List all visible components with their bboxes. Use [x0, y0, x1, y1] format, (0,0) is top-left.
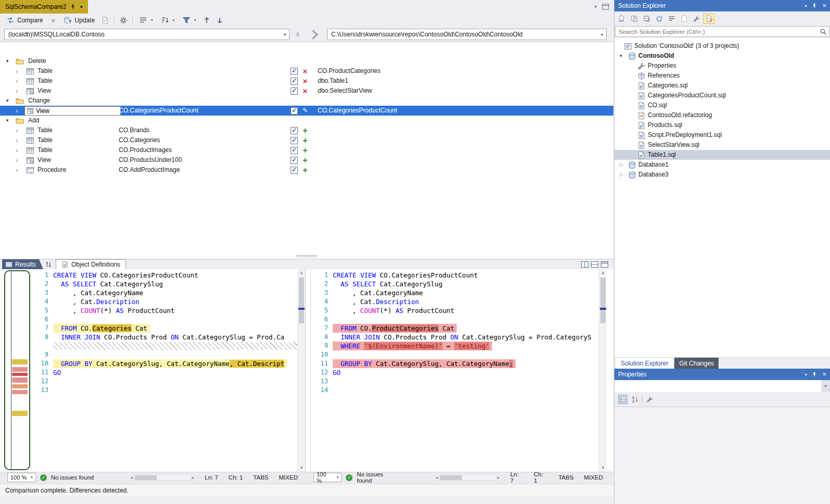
close-icon[interactable]: × [822, 3, 826, 9]
solution-explorer-header[interactable]: Solution Explorer ▾ × [614, 0, 830, 11]
include-checkbox[interactable] [291, 78, 298, 85]
compare-row-CO.ProductImages[interactable]: ›TableCO.ProductImages+ [0, 145, 613, 155]
chevron-collapsed-icon[interactable]: › [16, 66, 18, 76]
collapse-all-icon[interactable] [641, 14, 652, 24]
sort-results-icon[interactable] [43, 259, 54, 269]
dropdown-chevron-icon[interactable]: ▾ [821, 380, 830, 392]
options-gear-icon[interactable] [118, 15, 129, 26]
scroll-down-icon[interactable]: ▼ [599, 464, 607, 472]
document-list-chevron-icon[interactable]: ▾ [594, 4, 597, 9]
zoom-select[interactable]: 100 % ▾ [313, 473, 342, 482]
document-tab[interactable]: SqlSchemaCompare2 ● [0, 0, 88, 14]
show-all-files-icon[interactable] [678, 14, 689, 24]
right-horizontal-scrollbar[interactable]: ◂ ▸ [436, 474, 500, 481]
tree-item-categories-sql[interactable]: Categories.sql [614, 81, 830, 91]
tree-item-solution-contosoold-3-of-3-projects-[interactable]: Solution 'ContosoOld' (3 of 3 projects) [614, 41, 830, 51]
compare-row-CO.ProductsUnder100[interactable]: ›ViewCO.ProductsUnder100+ [0, 155, 613, 165]
scroll-down-icon[interactable]: ▼ [298, 464, 305, 472]
tree-item-database1[interactable]: ▷Database1 [614, 160, 830, 170]
include-checkbox[interactable] [291, 107, 298, 115]
chevron-collapsed-icon[interactable]: ▷ [620, 160, 623, 170]
include-checkbox[interactable] [291, 68, 298, 75]
preview-selected-items-icon[interactable] [703, 14, 714, 24]
scroll-right-icon[interactable]: ▸ [497, 475, 500, 480]
tree-item-contosoold-refactorlog[interactable]: ContosoOld.refactorlog [614, 110, 830, 120]
switch-direction-button[interactable] [292, 29, 304, 40]
tree-item-database3[interactable]: ▷Database3 [614, 170, 830, 180]
tree-item-selectstarview-sql[interactable]: SelectStarView.sql [614, 140, 830, 150]
tab-solution-explorer[interactable]: Solution Explorer [616, 358, 673, 369]
pin-icon[interactable] [70, 4, 76, 10]
compare-row-CO.Brands[interactable]: ›TableCO.Brands+ [0, 125, 613, 135]
chevron-collapsed-icon[interactable]: › [16, 135, 18, 145]
chevron-collapsed-icon[interactable]: › [16, 86, 18, 96]
pin-icon[interactable] [811, 371, 818, 377]
right-vertical-scrollbar[interactable]: ▲ ▼ [599, 269, 607, 472]
tree-item-products-sql[interactable]: Products.sql [614, 120, 830, 130]
include-checkbox[interactable] [291, 137, 298, 144]
include-checkbox[interactable] [291, 147, 298, 154]
left-vertical-scrollbar[interactable]: ▲ ▼ [297, 269, 305, 472]
tab-object-definitions[interactable]: Object Definitions [56, 259, 126, 269]
window-menu-chevron-icon[interactable]: ▾ [804, 4, 807, 8]
update-button[interactable]: Update [60, 15, 98, 26]
filter-results-button[interactable]: ▾ [179, 15, 199, 26]
diff-overview-strip[interactable] [4, 270, 30, 470]
switch-views-icon[interactable] [616, 14, 627, 24]
chevron-expanded-icon[interactable]: ▾ [6, 96, 9, 106]
include-checkbox[interactable] [291, 157, 298, 164]
group-row-delete[interactable]: ▾Delete [0, 56, 613, 66]
search-icon[interactable] [820, 28, 827, 35]
tree-item-table1-sql[interactable]: Table1.sql [614, 150, 830, 160]
scrollbar-thumb[interactable] [299, 278, 304, 323]
alphabetical-sort-icon[interactable] [631, 396, 638, 403]
group-results-button[interactable]: ▾ [136, 15, 156, 26]
scrollbar-thumb[interactable] [440, 475, 462, 480]
scrollbar-thumb[interactable] [600, 278, 606, 323]
target-code-pane[interactable]: 1CREATE VIEW CO.CategoriesProductCount2 … [310, 269, 607, 472]
next-difference-icon[interactable] [214, 15, 225, 26]
compare-row-CO.CategoriesProductCount[interactable]: ›ViewCO.CategoriesProductCount✎CO.Catego… [0, 106, 613, 116]
include-checkbox[interactable] [291, 167, 298, 174]
source-code-pane[interactable]: 1CREATE VIEW CO.CategoriesProductCount2 … [31, 269, 306, 472]
scrollbar-track[interactable] [439, 474, 496, 481]
compare-button[interactable]: Compare [3, 15, 46, 26]
float-window-icon[interactable] [602, 3, 609, 10]
chevron-collapsed-icon[interactable]: › [16, 145, 18, 155]
tree-item-co-sql[interactable]: CO.sql [614, 100, 830, 110]
chevron-collapsed-icon[interactable]: › [16, 165, 18, 175]
scrollbar-track[interactable] [134, 474, 191, 481]
tree-item-properties[interactable]: Properties [614, 61, 830, 71]
include-checkbox[interactable] [291, 87, 298, 95]
chevron-expanded-icon[interactable]: ▾ [6, 56, 9, 66]
left-horizontal-scrollbar[interactable]: ◂ ▸ [130, 474, 194, 481]
horizontal-splitter[interactable] [296, 255, 317, 258]
group-row-change[interactable]: ▾Change [0, 96, 613, 106]
nest-files-icon[interactable] [666, 14, 677, 24]
group-row-add[interactable]: ▾Add [0, 116, 613, 125]
solution-explorer-search[interactable]: Search Solution Explorer (Ctrl+;) [615, 26, 829, 37]
type-cell-editor[interactable]: View [24, 106, 121, 116]
properties-object-dropdown[interactable]: ▾ [614, 380, 830, 393]
categorized-view-icon[interactable] [618, 395, 627, 404]
chevron-collapsed-icon[interactable]: › [16, 76, 18, 86]
scroll-left-icon[interactable]: ◂ [436, 475, 438, 480]
previous-difference-icon[interactable] [201, 15, 212, 26]
compare-row-CO.Categories[interactable]: ›TableCO.Categories+ [0, 135, 613, 145]
window-menu-chevron-icon[interactable]: ▾ [804, 372, 807, 377]
chevron-collapsed-icon[interactable]: › [16, 106, 18, 116]
tree-item-references[interactable]: References [614, 71, 830, 81]
scroll-up-icon[interactable]: ▲ [599, 269, 607, 276]
chevron-expanded-icon[interactable]: ▾ [6, 116, 9, 125]
compare-row-CO.ProductCategories[interactable]: ›Table×CO.ProductCategories [0, 66, 613, 76]
target-dropdown[interactable]: C:\Users\drskwier\source\repos\ContosoOl… [327, 29, 607, 40]
property-pages-wrench-icon[interactable] [646, 396, 653, 403]
chevron-collapsed-icon[interactable]: › [16, 125, 18, 135]
close-icon[interactable]: × [822, 371, 826, 377]
source-dropdown[interactable]: (localdb)\MSSQLLocalDB.Contoso ▾ [4, 29, 290, 40]
compare-row-CO.AddProductImage[interactable]: ›ProcedureCO.AddProductImage+ [0, 165, 613, 175]
scroll-right-icon[interactable]: ▸ [192, 475, 195, 480]
scroll-up-icon[interactable]: ▲ [298, 269, 305, 276]
tree-item-script-predeployment1-sql[interactable]: Script.PreDeployment1.sql [614, 130, 830, 140]
inline-view-icon[interactable] [601, 261, 608, 268]
